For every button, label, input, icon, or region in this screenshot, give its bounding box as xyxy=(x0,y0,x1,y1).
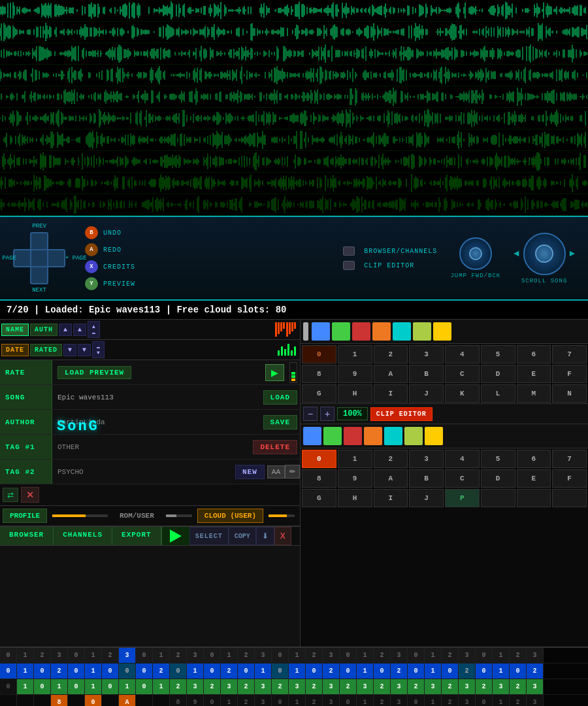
pr2-9[interactable]: 2 xyxy=(153,664,170,679)
pr3-29[interactable]: 3 xyxy=(493,679,510,694)
grid-G[interactable]: G xyxy=(302,384,336,403)
pr4-7[interactable]: A xyxy=(119,695,136,706)
pr2-6[interactable]: 0 xyxy=(102,664,119,679)
grid-E[interactable]: E xyxy=(517,365,551,383)
cloud-slider[interactable] xyxy=(269,514,295,517)
pr3-11[interactable]: 3 xyxy=(187,679,204,694)
pr1-3[interactable]: 3 xyxy=(51,648,68,663)
grid2-6[interactable]: 6 xyxy=(517,450,551,468)
pr1-17[interactable]: 1 xyxy=(289,648,306,663)
grid-1[interactable]: 1 xyxy=(338,345,372,363)
pr2-0[interactable]: 0 xyxy=(0,664,17,679)
pr1-14[interactable]: 2 xyxy=(238,648,255,663)
profile-slider[interactable] xyxy=(52,514,108,517)
pr1-15[interactable]: 3 xyxy=(255,648,272,663)
grid-B[interactable]: B xyxy=(409,365,444,383)
pr3-2[interactable]: 0 xyxy=(34,679,51,694)
pr1-23[interactable]: 3 xyxy=(391,648,408,663)
pr3-13[interactable]: 3 xyxy=(221,679,238,694)
pr4-5[interactable]: 0 xyxy=(85,695,102,706)
grid2-B[interactable]: B xyxy=(409,469,444,488)
palette-gray[interactable] xyxy=(303,322,308,341)
grid-K[interactable]: K xyxy=(445,384,480,403)
arrows-btn[interactable]: ⇄ xyxy=(3,488,18,502)
palette-cyan[interactable] xyxy=(393,322,411,341)
left-analog-stick[interactable] xyxy=(459,237,492,270)
grid2-H[interactable]: H xyxy=(338,489,372,507)
export-tab[interactable]: EXPORT xyxy=(112,527,161,545)
pr1-29[interactable]: 1 xyxy=(493,648,510,663)
minus-button[interactable]: − xyxy=(303,407,318,421)
pr3-3[interactable]: 1 xyxy=(51,679,68,694)
dpad-down[interactable] xyxy=(30,266,48,284)
pr3-23[interactable]: 3 xyxy=(391,679,408,694)
channels-tab[interactable]: CHANNELS xyxy=(54,527,112,545)
close-x-btn[interactable]: ✕ xyxy=(21,487,39,503)
play-icon-btn[interactable]: ▶ xyxy=(265,364,284,381)
pr2-18[interactable]: 0 xyxy=(306,664,323,679)
pr1-13[interactable]: 1 xyxy=(221,648,238,663)
pr3-6[interactable]: 0 xyxy=(102,679,119,694)
grid2-L[interactable] xyxy=(481,489,515,507)
palette-orange[interactable] xyxy=(372,322,391,341)
pr3-21[interactable]: 3 xyxy=(357,679,374,694)
a-button[interactable]: A xyxy=(85,243,98,256)
new-button[interactable]: NEW xyxy=(235,465,265,479)
copy-button[interactable]: COPY xyxy=(229,527,256,545)
pr3-12[interactable]: 2 xyxy=(204,679,221,694)
pr1-24[interactable]: 0 xyxy=(408,648,425,663)
pr2-11[interactable]: 1 xyxy=(187,664,204,679)
grid-4[interactable]: 4 xyxy=(445,345,480,363)
pr3-17[interactable]: 3 xyxy=(289,679,306,694)
pr4-12[interactable]: 0 xyxy=(204,695,221,706)
pr4-24[interactable]: 0 xyxy=(408,695,425,706)
pr1-28[interactable]: 0 xyxy=(476,648,493,663)
grid-J[interactable]: J xyxy=(409,384,444,403)
pr3-8[interactable]: 0 xyxy=(136,679,153,694)
pr2-21[interactable]: 1 xyxy=(357,664,374,679)
load-preview-btn[interactable]: LOAD PREVIEW xyxy=(57,366,131,379)
grid2-4[interactable]: 4 xyxy=(445,450,480,468)
delete-button[interactable]: DELETE xyxy=(253,440,297,454)
pr4-20[interactable]: 0 xyxy=(340,695,357,706)
grid-N[interactable]: N xyxy=(552,384,587,403)
pr4-14[interactable]: 2 xyxy=(238,695,255,706)
pr4-16[interactable]: 0 xyxy=(272,695,289,706)
grid2-D[interactable]: D xyxy=(481,469,515,488)
pr1-22[interactable]: 2 xyxy=(374,648,391,663)
p2-lime[interactable] xyxy=(404,427,423,445)
pr2-7[interactable]: 0 xyxy=(119,664,136,679)
grid2-C[interactable]: C xyxy=(445,469,480,488)
pr4-25[interactable]: 1 xyxy=(425,695,442,706)
grid-2[interactable]: 2 xyxy=(374,345,408,363)
pr4-13[interactable]: 1 xyxy=(221,695,238,706)
download-button[interactable]: ⬇ xyxy=(256,527,274,545)
aa-button[interactable]: AA xyxy=(267,465,285,479)
grid2-F[interactable]: F xyxy=(552,469,587,488)
pr1-19[interactable]: 3 xyxy=(323,648,340,663)
grid-H[interactable]: H xyxy=(338,384,372,403)
pr4-3[interactable]: 8 xyxy=(51,695,68,706)
pr2-25[interactable]: 1 xyxy=(425,664,442,679)
pr1-12[interactable]: 0 xyxy=(204,648,221,663)
pr4-11[interactable]: 9 xyxy=(187,695,204,706)
pr1-5[interactable]: 1 xyxy=(85,648,102,663)
grid-D[interactable]: D xyxy=(481,365,515,383)
grid-A[interactable]: A xyxy=(374,365,408,383)
pr1-4[interactable]: 0 xyxy=(68,648,85,663)
pr4-28[interactable]: 0 xyxy=(476,695,493,706)
pr2-19[interactable]: 2 xyxy=(323,664,340,679)
pr3-19[interactable]: 3 xyxy=(323,679,340,694)
pr2-10[interactable]: 0 xyxy=(170,664,187,679)
play-button[interactable] xyxy=(161,527,189,545)
grid2-A[interactable]: A xyxy=(374,469,408,488)
pr2-23[interactable]: 2 xyxy=(391,664,408,679)
pr3-10[interactable]: 2 xyxy=(170,679,187,694)
grid-C[interactable]: C xyxy=(445,365,480,383)
sort-date-btn[interactable]: DATE xyxy=(1,344,29,356)
pr3-30[interactable]: 2 xyxy=(510,679,527,694)
sort-name-btn[interactable]: NAME xyxy=(1,324,29,336)
load-button[interactable]: LOAD xyxy=(263,390,297,405)
pr1-9[interactable]: 1 xyxy=(153,648,170,663)
b-button[interactable]: B xyxy=(85,226,98,239)
